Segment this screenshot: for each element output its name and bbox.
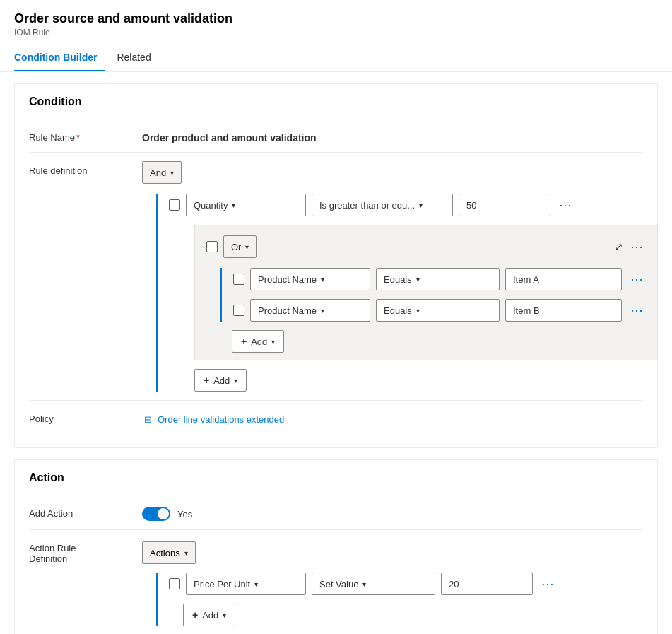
add-action-value: Yes (142, 504, 643, 521)
rule-name-row: Rule Name* Order product and amount vali… (29, 119, 643, 153)
tab-condition-builder[interactable]: Condition Builder (14, 45, 105, 71)
or-label: Or (231, 242, 241, 252)
collapse-icon[interactable]: ⤢ (615, 241, 623, 252)
policy-link-text: Order line validations extended (158, 414, 284, 425)
or-group-header-left: Or ▾ (206, 235, 257, 258)
quantity-more-button[interactable]: ⋯ (556, 197, 574, 213)
condition-add-chevron-icon: ▾ (234, 377, 237, 384)
product-name-1-checkbox[interactable] (233, 274, 244, 285)
product-name-1-field-label: Product Name (258, 274, 317, 285)
rule-definition-content: And ▾ Quantity ▾ Is greater than or equ.… (142, 161, 658, 392)
product-name-2-field-label: Product Name (258, 305, 317, 316)
quantity-field-label: Quantity (194, 200, 228, 211)
product-name-2-more-button[interactable]: ⋯ (627, 303, 646, 318)
or-group-add-button[interactable]: + Add ▾ (232, 330, 284, 353)
quantity-field-dropdown[interactable]: Quantity ▾ (186, 194, 306, 216)
policy-link[interactable]: ⊞ Order line validations extended (142, 409, 284, 425)
action-row-more-button[interactable]: ⋯ (538, 576, 557, 592)
tabs-bar: Condition Builder Related (0, 45, 672, 72)
or-group-icons: ⤢ ⋯ (615, 239, 646, 254)
actions-label: Actions (150, 548, 180, 558)
policy-value: ⊞ Order line validations extended (142, 409, 643, 425)
price-per-unit-field-chevron: ▾ (254, 580, 258, 588)
or-group-checkbox[interactable] (206, 241, 218, 252)
action-add-label: Add (202, 610, 218, 621)
quantity-operator-dropdown[interactable]: Is greater than or equ... ▾ (312, 194, 453, 216)
policy-label: Policy (29, 409, 142, 424)
action-rule-content: Actions ▾ Price Per Unit ▾ Set Value ▾ (142, 541, 643, 626)
condition-card: Condition Rule Name* Order product and a… (14, 83, 658, 448)
action-add-button[interactable]: + Add ▾ (183, 604, 235, 626)
actions-chevron-icon: ▾ (184, 549, 188, 557)
page-subtitle: IOM Rule (14, 28, 658, 37)
product-name-1-more-button[interactable]: ⋯ (627, 271, 646, 287)
policy-row: Policy ⊞ Order line validations extended (29, 401, 643, 433)
quantity-field-chevron: ▾ (232, 201, 235, 209)
policy-icon: ⊞ (142, 413, 153, 425)
quantity-operator-chevron: ▾ (419, 201, 423, 209)
action-add-chevron-icon: ▾ (223, 611, 226, 619)
action-add-plus-icon: + (192, 609, 198, 621)
product-name-2-operator-chevron: ▾ (416, 307, 420, 315)
action-rule-row: Action Rule Definition Actions ▾ Price P… (29, 530, 643, 634)
or-add-chevron-icon: ▾ (271, 338, 275, 346)
set-value-chevron-icon: ▾ (362, 580, 366, 588)
add-action-row: Add Action Yes (29, 495, 643, 530)
product-name-2-checkbox[interactable] (233, 305, 244, 316)
actions-dropdown[interactable]: Actions ▾ (142, 541, 196, 564)
product-name-1-field-chevron: ▾ (321, 276, 324, 283)
and-dropdown[interactable]: And ▾ (142, 161, 182, 184)
action-value-input[interactable]: 20 (441, 573, 533, 595)
set-value-label: Set Value (319, 579, 358, 589)
product-name-row-2: Product Name ▾ Equals ▾ Item B ⋯ (233, 299, 646, 322)
product-name-1-operator-label: Equals (384, 274, 412, 285)
or-group-header: Or ▾ ⤢ ⋯ (206, 235, 646, 258)
quantity-checkbox[interactable] (169, 199, 180, 211)
or-group-more-button[interactable]: ⋯ (627, 239, 646, 254)
toggle-wrap: Yes (142, 504, 643, 521)
product-name-1-operator-chevron: ▾ (416, 276, 420, 283)
action-connector: Price Per Unit ▾ Set Value ▾ 20 ⋯ + Add (156, 573, 643, 626)
condition-add-button[interactable]: + Add ▾ (194, 369, 247, 392)
product-name-1-field-dropdown[interactable]: Product Name ▾ (250, 268, 370, 290)
tab-related[interactable]: Related (117, 45, 159, 71)
product-name-row-1: Product Name ▾ Equals ▾ Item A ⋯ (233, 268, 646, 290)
toggle-thumb (158, 508, 169, 519)
action-heading: Action (29, 471, 643, 484)
condition-add-label: Add (213, 375, 230, 386)
product-name-2-operator-dropdown[interactable]: Equals ▾ (376, 299, 500, 322)
add-action-toggle[interactable] (142, 507, 170, 521)
quantity-operator-label: Is greater than or equ... (319, 200, 415, 211)
or-connector: Product Name ▾ Equals ▾ Item A ⋯ (220, 268, 646, 322)
price-per-unit-checkbox[interactable] (169, 578, 180, 589)
product-name-2-field-chevron: ▾ (321, 307, 324, 315)
main-connector: Quantity ▾ Is greater than or equ... ▾ 5… (156, 194, 658, 392)
rule-name-value: Order product and amount validation (142, 128, 643, 143)
add-action-label: Add Action (29, 504, 142, 519)
condition-heading: Condition (29, 95, 643, 108)
product-name-1-operator-dropdown[interactable]: Equals ▾ (376, 268, 500, 290)
rule-definition-row: Rule definition And ▾ Quantity ▾ (29, 153, 643, 401)
action-rule-label: Action Rule Definition (29, 539, 142, 564)
or-dropdown[interactable]: Or ▾ (223, 235, 257, 258)
toggle-label: Yes (177, 509, 192, 519)
quantity-condition-row: Quantity ▾ Is greater than or equ... ▾ 5… (169, 194, 658, 216)
product-name-2-operator-label: Equals (384, 305, 412, 316)
or-chevron-icon: ▾ (245, 243, 249, 251)
set-value-operator-dropdown[interactable]: Set Value ▾ (312, 573, 435, 595)
price-per-unit-field-label: Price Per Unit (194, 579, 250, 589)
or-add-label: Add (251, 336, 267, 347)
or-add-plus-icon: + (241, 336, 247, 347)
and-label: And (150, 168, 166, 178)
quantity-value-input[interactable]: 50 (459, 194, 550, 216)
price-per-unit-row: Price Per Unit ▾ Set Value ▾ 20 ⋯ (169, 573, 643, 595)
product-name-1-value[interactable]: Item A (505, 268, 622, 290)
or-group: Or ▾ ⤢ ⋯ (194, 225, 658, 360)
rule-name-label: Rule Name* (29, 128, 142, 143)
action-card: Action Add Action Yes Action Rule Defini… (14, 459, 658, 634)
product-name-2-field-dropdown[interactable]: Product Name ▾ (250, 299, 370, 322)
price-per-unit-field-dropdown[interactable]: Price Per Unit ▾ (186, 573, 306, 595)
page-title: Order source and amount validation (14, 11, 658, 26)
rule-definition-label: Rule definition (29, 161, 142, 176)
product-name-2-value[interactable]: Item B (505, 299, 622, 322)
